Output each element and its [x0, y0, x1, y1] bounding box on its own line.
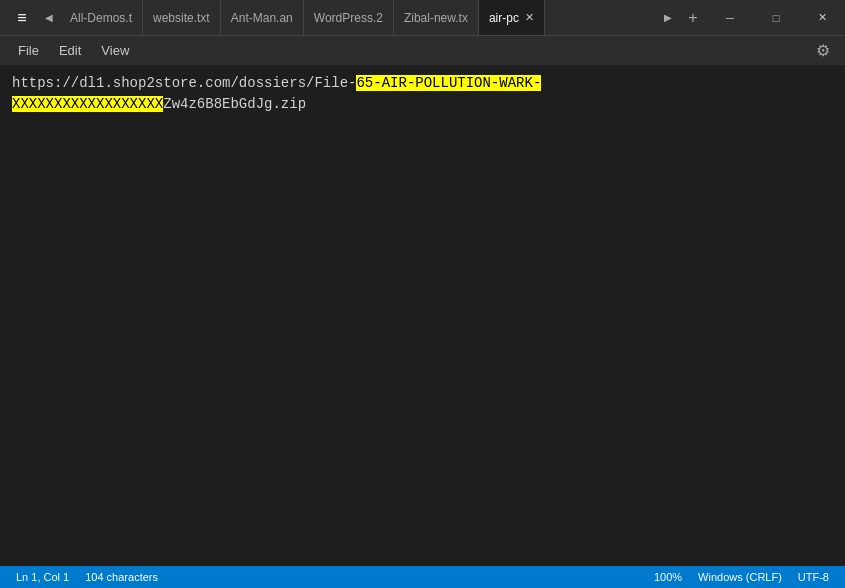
- tab-all-demos[interactable]: All-Demos.t: [60, 0, 143, 35]
- tab-scroll-right-button[interactable]: ▶: [657, 0, 679, 35]
- title-bar-right: ▶ + ─ □ ✕: [657, 0, 845, 35]
- window-controls: ─ □ ✕: [707, 0, 845, 35]
- view-menu[interactable]: View: [91, 39, 139, 62]
- menu-bar: File Edit View ⚙: [0, 35, 845, 65]
- title-bar: ≡ ◀ All-Demos.t website.txt Ant-Man.an W…: [0, 0, 845, 35]
- tabs-container: All-Demos.t website.txt Ant-Man.an WordP…: [60, 0, 657, 35]
- tab-ant-man[interactable]: Ant-Man.an: [221, 0, 304, 35]
- tab-label: website.txt: [153, 11, 210, 25]
- editor-area[interactable]: https://dl1.shop2store.com/dossiers/File…: [0, 65, 845, 566]
- tab-zibal-new[interactable]: Zibal-new.tx: [394, 0, 479, 35]
- status-bar: Ln 1, Col 1 104 characters 100% Windows …: [0, 566, 845, 588]
- zoom-level[interactable]: 100%: [646, 571, 690, 583]
- title-bar-left: ≡ ◀: [0, 0, 60, 35]
- minimize-button[interactable]: ─: [707, 0, 753, 35]
- tab-wordpress[interactable]: WordPress.2: [304, 0, 394, 35]
- character-count[interactable]: 104 characters: [77, 571, 166, 583]
- tab-label: Ant-Man.an: [231, 11, 293, 25]
- edit-menu[interactable]: Edit: [49, 39, 91, 62]
- line-ending[interactable]: Windows (CRLF): [690, 571, 790, 583]
- app-icon: ≡: [8, 0, 36, 35]
- cursor-position[interactable]: Ln 1, Col 1: [8, 571, 77, 583]
- maximize-button[interactable]: □: [753, 0, 799, 35]
- add-tab-button[interactable]: +: [679, 0, 707, 35]
- editor-content: https://dl1.shop2store.com/dossiers/File…: [12, 73, 833, 115]
- tab-scroll-left-button[interactable]: ◀: [38, 0, 60, 35]
- tab-website[interactable]: website.txt: [143, 0, 221, 35]
- tab-label: Zibal-new.tx: [404, 11, 468, 25]
- file-menu[interactable]: File: [8, 39, 49, 62]
- tab-label: air-pc: [489, 11, 519, 25]
- close-window-button[interactable]: ✕: [799, 0, 845, 35]
- url-rest: Zw4z6B8EbGdJg.zip: [163, 96, 306, 112]
- tab-air-pc[interactable]: air-pc ✕: [479, 0, 545, 35]
- tab-label: WordPress.2: [314, 11, 383, 25]
- tab-label: All-Demos.t: [70, 11, 132, 25]
- close-tab-button[interactable]: ✕: [525, 11, 534, 24]
- settings-button[interactable]: ⚙: [809, 37, 837, 65]
- menu-bar-right: ⚙: [809, 37, 837, 65]
- url-highlight2: XXXXXXXXXXXXXXXXXX: [12, 96, 163, 112]
- url-part1: https://dl1.shop2store.com/dossiers/File…: [12, 75, 356, 91]
- encoding[interactable]: UTF-8: [790, 571, 837, 583]
- url-highlight1: 65-AIR-POLLUTION-WARK-: [356, 75, 541, 91]
